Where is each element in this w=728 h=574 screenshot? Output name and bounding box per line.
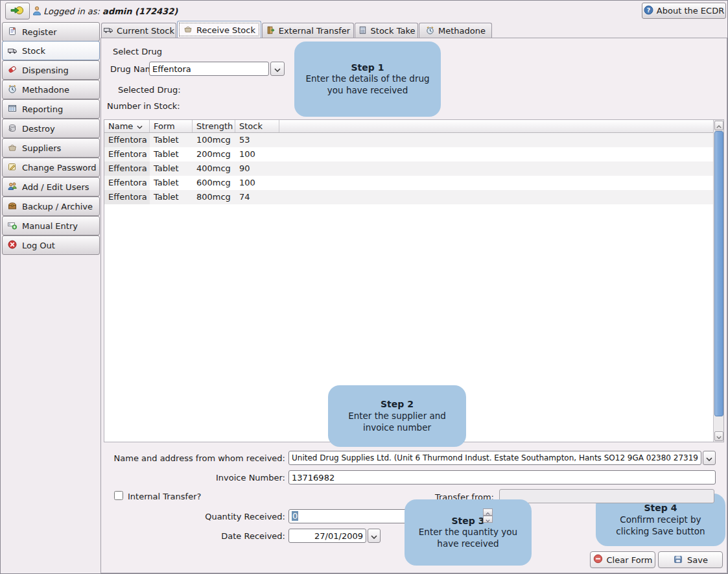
cell-name: Effentora bbox=[104, 176, 150, 190]
spreadsheet-icon bbox=[7, 103, 18, 115]
sidebar-item-label: Backup / Archive bbox=[22, 202, 93, 211]
drug-name-input[interactable] bbox=[149, 62, 269, 76]
tab-bar: Current Stock Receive Stock External Tra… bbox=[101, 21, 493, 38]
date-input[interactable] bbox=[288, 529, 366, 543]
column-header-stock[interactable]: Stock bbox=[235, 120, 279, 132]
selected-drug-label: Selected Drug: bbox=[118, 85, 181, 95]
tab-current-stock[interactable]: Current Stock bbox=[101, 23, 176, 38]
cell-stock: 100 bbox=[235, 176, 279, 190]
vertical-scrollbar[interactable] bbox=[713, 120, 723, 442]
table-row[interactable]: Effentora Tablet 200mcg 100 bbox=[104, 147, 723, 161]
clear-icon bbox=[593, 554, 603, 566]
sidebar-item-register[interactable]: Register bbox=[2, 22, 100, 42]
switch-user-icon bbox=[10, 5, 25, 18]
pill-icon bbox=[7, 64, 18, 77]
step2-text: Enter the supplier and invoice number bbox=[337, 411, 457, 434]
step2-title: Step 2 bbox=[337, 398, 457, 410]
cell-strength: 400mcg bbox=[193, 161, 235, 176]
column-header-strength[interactable]: Strength bbox=[193, 120, 235, 132]
about-ecdr-button[interactable]: ? About the ECDR bbox=[642, 3, 726, 19]
register-icon bbox=[7, 26, 18, 38]
scroll-up-button[interactable] bbox=[714, 121, 723, 130]
cell-strength: 600mcg bbox=[193, 176, 235, 190]
drug-name-dropdown-button[interactable] bbox=[270, 62, 285, 76]
tab-external-transfer[interactable]: External Transfer bbox=[262, 23, 354, 38]
cell-form: Tablet bbox=[150, 190, 193, 204]
cell-stock: 100 bbox=[235, 147, 279, 161]
tab-stock-take[interactable]: Stock Take bbox=[355, 23, 418, 38]
tab-label: Receive Stock bbox=[196, 25, 255, 35]
date-dropdown-button[interactable] bbox=[368, 529, 381, 543]
sidebar-item-label: Reporting bbox=[22, 104, 63, 114]
sidebar-item-manual-entry[interactable]: Manual Entry bbox=[2, 216, 100, 235]
sidebar-item-log-out[interactable]: Log Out bbox=[2, 235, 100, 255]
chevron-down-icon bbox=[371, 531, 377, 541]
column-header-form[interactable]: Form bbox=[150, 120, 193, 132]
tab-methadone[interactable]: Methadone bbox=[419, 23, 492, 38]
logged-in-status: Logged in as: admin (172432) bbox=[43, 6, 178, 16]
step4-text: Confirm receipt by clicking Save button bbox=[605, 514, 716, 538]
clear-form-button[interactable]: Clear Form bbox=[590, 551, 655, 568]
transfer-from-input bbox=[499, 489, 714, 503]
cell-form: Tablet bbox=[150, 133, 193, 147]
tab-label: Methadone bbox=[438, 26, 486, 36]
chevron-down-icon bbox=[706, 453, 712, 463]
internal-transfer-checkbox[interactable] bbox=[114, 491, 123, 500]
step4-title: Step 4 bbox=[605, 502, 716, 514]
sidebar-item-reporting[interactable]: Reporting bbox=[2, 99, 100, 119]
sidebar-item-change-password[interactable]: Change Password bbox=[2, 158, 100, 177]
sidebar-item-label: Manual Entry bbox=[22, 221, 78, 231]
logout-x-icon bbox=[7, 239, 18, 252]
internal-transfer-label: Internal Transfer? bbox=[128, 492, 201, 501]
users-icon bbox=[7, 181, 18, 193]
quantity-label: Quantity Received: bbox=[108, 512, 285, 521]
door-icon bbox=[266, 25, 276, 37]
save-label: Save bbox=[687, 555, 708, 565]
date-label: Date Received: bbox=[108, 531, 285, 541]
sidebar-item-label: Methadone bbox=[22, 85, 69, 95]
about-ecdr-label: About the ECDR bbox=[657, 6, 724, 16]
help-icon: ? bbox=[644, 5, 653, 17]
truck-icon bbox=[103, 25, 113, 36]
sidebar-item-methadone[interactable]: Methadone bbox=[2, 80, 100, 99]
receive-stock-panel: Select Drug Drug Name: Step 1 Enter the … bbox=[100, 38, 727, 573]
svg-text:?: ? bbox=[647, 6, 651, 14]
truck-icon bbox=[7, 45, 18, 57]
quantity-value: 0 bbox=[292, 511, 298, 521]
cell-name: Effentora bbox=[104, 190, 150, 204]
cell-form: Tablet bbox=[150, 161, 193, 176]
table-row[interactable]: Effentora Tablet 100mcg 53 bbox=[104, 133, 723, 147]
invoice-input[interactable] bbox=[288, 470, 716, 484]
table-row[interactable]: Effentora Tablet 600mcg 100 bbox=[104, 176, 723, 190]
sidebar-item-label: Suppliers bbox=[22, 143, 61, 153]
tab-receive-stock[interactable]: Receive Stock bbox=[177, 21, 261, 38]
scrollbar-thumb[interactable] bbox=[714, 131, 723, 416]
sidebar-item-add-edit-users[interactable]: Add / Edit Users bbox=[2, 177, 100, 197]
table-row[interactable]: Effentora Tablet 800mcg 74 bbox=[104, 190, 723, 204]
cell-strength: 100mcg bbox=[193, 133, 235, 147]
sidebar-item-backup-archive[interactable]: Backup / Archive bbox=[2, 197, 100, 216]
number-in-stock-label: Number in Stock: bbox=[107, 101, 180, 111]
stock-table-header: Name Form Strength Stock bbox=[104, 120, 723, 133]
sidebar-item-dispensing[interactable]: Dispensing bbox=[2, 60, 100, 80]
sidebar-item-destroy[interactable]: Destroy bbox=[2, 119, 100, 138]
save-button[interactable]: Save bbox=[658, 551, 723, 568]
supplier-label: Name and address from whom received: bbox=[108, 453, 285, 463]
step1-title: Step 1 bbox=[303, 62, 432, 73]
supplier-dropdown-button[interactable] bbox=[703, 451, 716, 465]
cell-stock: 90 bbox=[235, 161, 279, 176]
scroll-down-button[interactable] bbox=[714, 431, 723, 441]
sidebar-item-suppliers[interactable]: Suppliers bbox=[2, 138, 100, 158]
cell-stock: 74 bbox=[235, 190, 279, 204]
table-row[interactable]: Effentora Tablet 400mcg 90 bbox=[104, 161, 723, 176]
supplier-input[interactable] bbox=[288, 451, 701, 465]
spinner-down-button[interactable] bbox=[483, 516, 493, 523]
sidebar-item-label: Log Out bbox=[22, 241, 55, 250]
logged-in-prefix: Logged in as: bbox=[43, 6, 100, 16]
ecdr-window: Logged in as: admin (172432) ? About the… bbox=[0, 0, 728, 574]
cell-strength: 800mcg bbox=[193, 190, 235, 204]
switch-user-button[interactable] bbox=[5, 3, 30, 19]
column-header-name[interactable]: Name bbox=[104, 120, 150, 132]
sidebar-item-stock[interactable]: Stock bbox=[2, 41, 100, 60]
column-label: Form bbox=[154, 121, 175, 131]
